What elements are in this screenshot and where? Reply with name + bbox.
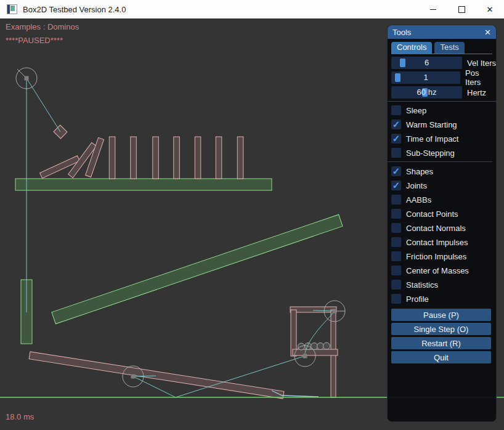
checkbox-list: Sleep✓Warm Starting✓Time of ImpactSub-St…	[391, 105, 496, 304]
slider-label: Vel Iters	[467, 59, 496, 68]
quit-button[interactable]: Quit	[391, 351, 491, 363]
checkbox-row-warm-starting: ✓Warm Starting	[391, 120, 496, 129]
checkbox-row-center-of-masses: Center of Masses	[391, 266, 496, 275]
frame-time-label: 18.0 ms	[6, 412, 34, 421]
example-label: Examples : Dominos	[6, 22, 79, 31]
checkbox-row-joints: ✓Joints	[391, 181, 496, 190]
checkbox-label: Contact Impulses	[406, 238, 468, 247]
checkbox-label: Contact Normals	[406, 224, 466, 233]
tab-tests[interactable]: Tests	[434, 42, 464, 54]
checkbox-label: Joints	[406, 181, 427, 190]
slider-value: 1	[391, 71, 460, 84]
checkbox-row-friction-impulses: Friction Impulses	[391, 251, 496, 261]
slider-row-vel-iters: 6Vel Iters	[391, 57, 496, 69]
joint-anchors	[25, 76, 337, 379]
checkbox-label: AABBs	[406, 195, 431, 205]
checkbox-label: Friction Impulses	[406, 252, 466, 261]
checkbox-label: Center of Masses	[406, 266, 469, 275]
slider-list: 6Vel Iters1Pos Iters60 hzHertz	[391, 57, 496, 99]
checkbox-contact-normals[interactable]	[391, 223, 401, 233]
check-icon: ✓	[391, 181, 401, 190]
slider-value: 6	[391, 57, 462, 69]
checkbox-row-statistics: Statistics	[391, 280, 496, 290]
slider-vel-iters[interactable]: 6	[391, 57, 462, 69]
checkbox-center-of-masses[interactable]	[391, 266, 401, 275]
checkbox-label: Shapes	[406, 167, 433, 176]
checkbox-joints[interactable]: ✓	[391, 181, 401, 190]
check-icon: ✓	[391, 134, 401, 143]
checkbox-time-of-impact[interactable]: ✓	[391, 134, 401, 144]
window-title: Box2D Testbed Version 2.4.0	[23, 5, 126, 14]
app-window: Box2D Testbed Version 2.4.0 ✕	[0, 0, 504, 430]
checkbox-row-contact-normals: Contact Normals	[391, 223, 496, 233]
close-icon: ✕	[487, 5, 494, 14]
app-icon	[7, 4, 17, 14]
maximize-button[interactable]	[447, 0, 476, 18]
tab-controls[interactable]: Controls	[391, 42, 432, 54]
paused-label: ****PAUSED****	[6, 36, 63, 45]
checkbox-label: Sleep	[406, 106, 426, 115]
slider-label: Pos Iters	[465, 68, 496, 87]
domino-shelf	[15, 179, 272, 190]
checkbox-label: Sub-Stepping	[406, 148, 455, 158]
checkbox-friction-impulses[interactable]	[391, 251, 401, 261]
checkbox-row-time-of-impact: ✓Time of Impact	[391, 134, 496, 144]
checkbox-shapes[interactable]: ✓	[391, 166, 401, 176]
main-content: Examples : Dominos ****PAUSED**** 18.0 m…	[0, 18, 504, 430]
restart-r-button[interactable]: Restart (R)	[391, 337, 491, 349]
window-controls: ✕	[419, 0, 504, 18]
checkbox-row-sub-stepping: Sub-Stepping	[391, 148, 496, 158]
checkbox-label: Contact Points	[406, 209, 458, 219]
slider-row-pos-iters: 1Pos Iters	[391, 71, 496, 84]
slider-pos-iters[interactable]: 1	[391, 71, 460, 84]
slider-hertz[interactable]: 60 hz	[391, 86, 462, 99]
checkbox-contact-impulses[interactable]	[391, 237, 401, 247]
checkbox-row-contact-impulses: Contact Impulses	[391, 237, 496, 247]
checkbox-aabbs[interactable]	[391, 195, 401, 205]
title-bar: Box2D Testbed Version 2.4.0 ✕	[0, 0, 504, 18]
checkbox-contact-points[interactable]	[391, 209, 401, 219]
minimize-icon	[430, 9, 436, 10]
separator	[388, 161, 492, 162]
checkbox-row-contact-points: Contact Points	[391, 209, 496, 219]
ball-frame	[290, 307, 338, 397]
single-step-o-button[interactable]: Single Step (O)	[391, 323, 491, 335]
tools-close-button[interactable]: ✕	[484, 28, 491, 37]
checkbox-label: Profile	[406, 294, 429, 304]
checkbox-warm-starting[interactable]: ✓	[391, 120, 401, 129]
checkbox-row-shapes: ✓Shapes	[391, 166, 496, 176]
tab-bar: ControlsTests	[391, 42, 492, 54]
checkbox-label: Time of Impact	[406, 134, 458, 144]
slider-row-hertz: 60 hzHertz	[391, 86, 496, 99]
checkbox-profile[interactable]	[391, 294, 401, 304]
slider-label: Hertz	[467, 88, 486, 97]
cradle-balls	[298, 343, 330, 350]
checkbox-row-aabbs: AABBs	[391, 195, 496, 205]
checkbox-row-sleep: Sleep	[391, 105, 496, 115]
standing-dominos	[109, 137, 243, 179]
checkbox-label: Warm Starting	[406, 120, 457, 129]
checkbox-label: Statistics	[406, 280, 438, 290]
button-list: Pause (P)Single Step (O)Restart (R)Quit	[391, 309, 491, 363]
checkbox-row-profile: Profile	[391, 294, 496, 304]
separator	[388, 101, 496, 102]
checkbox-statistics[interactable]	[391, 280, 401, 290]
maximize-icon	[458, 6, 465, 13]
tools-panel-title: Tools	[392, 28, 484, 37]
tools-panel-header[interactable]: Tools ✕	[388, 25, 496, 39]
slider-value: 60 hz	[391, 86, 462, 99]
check-icon: ✓	[391, 166, 401, 176]
checkbox-sleep[interactable]	[391, 105, 401, 115]
check-icon: ✓	[391, 120, 401, 129]
checkbox-sub-stepping[interactable]	[391, 148, 401, 158]
tools-panel: Tools ✕ ControlsTests 6Vel Iters1Pos Ite…	[387, 25, 497, 422]
pause-p-button[interactable]: Pause (P)	[391, 309, 491, 321]
minimize-button[interactable]	[419, 0, 447, 18]
close-button[interactable]: ✕	[476, 0, 504, 18]
